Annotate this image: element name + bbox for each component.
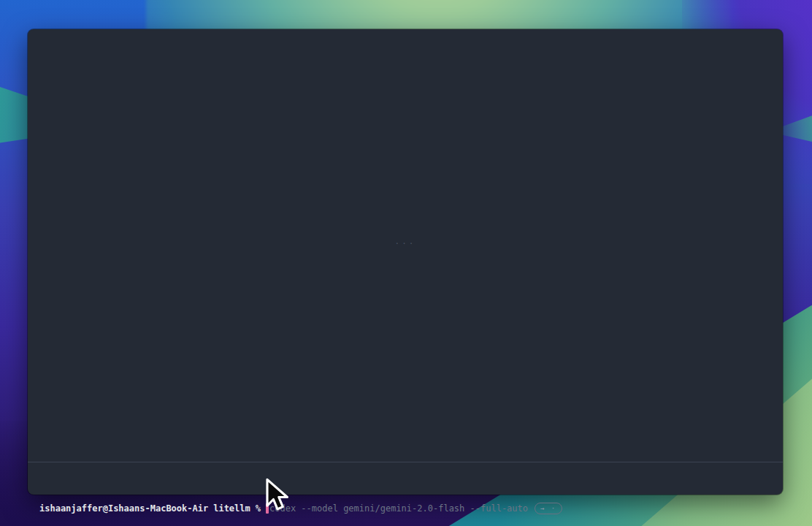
- key-hint-label: → ·: [540, 504, 556, 513]
- loading-dots: ···: [395, 239, 416, 248]
- prompt-user-host: ishaanjaffer@Ishaans-MacBook-Air: [39, 503, 208, 514]
- prompt-symbol: %: [256, 503, 261, 514]
- prompt-directory: litellm: [213, 503, 250, 514]
- text-cursor: [266, 503, 269, 514]
- terminal-divider: [28, 462, 783, 462]
- autosuggestion-text: codex --model gemini/gemini-2.0-flash --…: [269, 503, 528, 514]
- terminal-output-area: ···: [28, 29, 783, 462]
- right-arrow-key-hint: → ·: [535, 503, 562, 514]
- terminal-prompt-line[interactable]: ishaanjaffer@Ishaans-MacBook-Air litellm…: [39, 503, 562, 514]
- terminal-window[interactable]: ··· ishaanjaffer@Ishaans-MacBook-Air lit…: [28, 29, 783, 495]
